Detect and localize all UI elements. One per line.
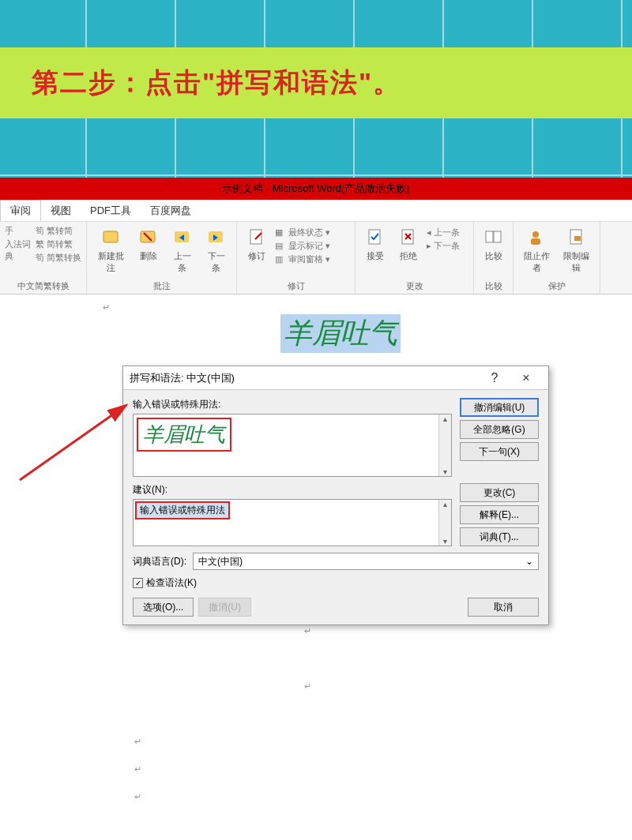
btn-new-comment[interactable]: 新建批注 [92, 225, 130, 276]
document-text[interactable]: 羊眉吐气 [280, 314, 401, 353]
btn-cancel[interactable]: 取消 [468, 598, 539, 617]
paragraph-mark-icon: ↵ [134, 764, 141, 774]
suggestion-item[interactable]: 输入错误或特殊用法 [135, 501, 230, 519]
track-icon [246, 227, 268, 249]
paragraph-mark-icon: ↵ [103, 302, 110, 313]
scrollbar[interactable]: ▴▾ [438, 500, 451, 546]
btn-options[interactable]: 选项(O)... [133, 598, 194, 617]
ribbon: 手 入法词典 筍繁转简 繁简转繁 筍简繁转换 中文简繁转换 新建批注 [0, 222, 632, 294]
title-bar: 示例文档 - Microsoft Word(产品激活失败) [0, 178, 632, 200]
scrollbar[interactable]: ▴▾ [438, 414, 451, 476]
btn-track-changes[interactable]: 修订 [242, 225, 272, 264]
check-grammar-checkbox[interactable]: ✓ [133, 578, 143, 588]
btn-compare[interactable]: 比较 [479, 225, 509, 264]
paragraph-mark-icon: ↵ [134, 737, 141, 747]
block-icon [525, 227, 547, 249]
ribbon-group-comments: 新建批注 删除 上一条 下一条 批注 [87, 222, 237, 294]
svg-rect-9 [494, 231, 501, 242]
error-text-area[interactable]: 羊眉吐气 ▴▾ [133, 414, 452, 477]
paragraph-mark-icon: ↵ [304, 626, 311, 636]
btn-prev-comment[interactable]: 上一条 [167, 225, 198, 276]
svg-rect-0 [103, 231, 118, 242]
dropdown-show-markup[interactable]: ▤显示标记 ▾ [275, 240, 330, 252]
paragraph-mark-icon: ↵ [304, 681, 311, 692]
btn-convert[interactable]: 筍简繁转换 [36, 252, 81, 264]
btn-next-change[interactable]: ▸下一条 [427, 240, 460, 252]
tab-pdf[interactable]: PDF工具 [81, 200, 141, 221]
paragraph-mark-icon: ↵ [134, 792, 141, 802]
btn-change[interactable]: 更改(C) [460, 483, 539, 502]
dropdown-review-pane[interactable]: ▥审阅窗格 ▾ [275, 253, 330, 265]
svg-rect-11 [531, 238, 540, 245]
svg-point-10 [532, 231, 539, 238]
check-grammar-label: 检查语法(K) [146, 576, 197, 590]
dialog-title: 拼写和语法: 中文(中国) [130, 371, 479, 385]
svg-rect-5 [250, 230, 261, 244]
dropdown-final-state[interactable]: ▦最终状态 ▾ [275, 227, 330, 238]
btn-dictionary[interactable]: 词典(T)... [460, 527, 539, 546]
lang-label: 词典语言(D): [133, 555, 186, 568]
btn-restrict-edit[interactable]: 限制编辑 [559, 225, 596, 276]
btn-ignore-all[interactable]: 全部忽略(G) [460, 420, 539, 439]
error-label: 输入错误或特殊用法: [133, 398, 452, 411]
btn-accept[interactable]: 接受 [360, 225, 390, 264]
dialog-title-bar[interactable]: 拼写和语法: 中文(中国) ? × [123, 366, 548, 390]
next-icon [205, 227, 228, 249]
new-comment-icon [100, 227, 122, 249]
close-button[interactable]: × [510, 371, 542, 385]
accept-icon [364, 227, 386, 249]
btn-trad-to-simp[interactable]: 筍繁转简 [36, 225, 81, 237]
btn-next-comment[interactable]: 下一条 [201, 225, 231, 276]
ribbon-group-convert: 手 入法词典 筍繁转简 繁简转繁 筍简繁转换 中文简繁转换 [0, 222, 87, 294]
help-button[interactable]: ? [479, 371, 510, 385]
btn-delete-comment[interactable]: 删除 [134, 225, 164, 264]
ribbon-group-changes: 接受 拒绝 ◂上一条 ▸下一条 更改 [356, 222, 474, 294]
svg-rect-13 [574, 236, 581, 241]
btn-block-authors[interactable]: 阻止作者 [518, 225, 555, 276]
error-text: 羊眉吐气 [143, 423, 225, 446]
btn-simp-to-trad[interactable]: 繁简转繁 [36, 238, 81, 250]
word-application: 示例文档 - Microsoft Word(产品激活失败) 审阅 视图 PDF工… [0, 178, 632, 840]
instruction-text: 第二步：点击"拼写和语法"。 [32, 65, 401, 101]
btn-next-sentence[interactable]: 下一句(X) [460, 442, 539, 461]
delete-icon [137, 227, 160, 249]
language-value: 中文(中国) [198, 555, 243, 568]
tab-view[interactable]: 视图 [41, 200, 81, 221]
document-area[interactable]: ↵ 羊眉吐气 ↵ ↵ ↵ ↵ ↵ 拼写和语法: 中文(中国) ? × 输入错误或… [0, 294, 632, 840]
btn-explain[interactable]: 解释(E)... [460, 505, 539, 524]
svg-line-14 [20, 405, 126, 480]
tab-baidu[interactable]: 百度网盘 [141, 200, 201, 221]
error-highlight: 羊眉吐气 [137, 418, 231, 452]
prev-icon [171, 227, 194, 249]
suggestions-list[interactable]: 输入错误或特殊用法 ▴▾ [133, 499, 452, 546]
btn-undo-edit[interactable]: 撤消编辑(U) [460, 398, 539, 417]
btn-prev-change[interactable]: ◂上一条 [427, 227, 460, 238]
window-title: 示例文档 - Microsoft Word(产品激活失败) [222, 182, 409, 196]
suggest-label: 建议(N): [133, 483, 452, 497]
svg-rect-6 [369, 230, 380, 244]
tab-review[interactable]: 审阅 [0, 200, 41, 221]
ribbon-group-protect: 阻止作者 限制编辑 保护 [514, 222, 600, 294]
language-dropdown[interactable]: 中文(中国) ⌄ [193, 553, 539, 570]
spelling-grammar-dialog: 拼写和语法: 中文(中国) ? × 输入错误或特殊用法: 羊眉吐气 ▴▾ [122, 366, 549, 625]
chevron-down-icon: ⌄ [525, 556, 533, 567]
btn-reject[interactable]: 拒绝 [393, 225, 423, 264]
restrict-icon [566, 227, 588, 249]
ime-dict-label: 入法词典 [5, 238, 32, 262]
ribbon-group-tracking: 修订 ▦最终状态 ▾ ▤显示标记 ▾ ▥审阅窗格 ▾ 修订 [237, 222, 356, 294]
compare-icon [483, 227, 505, 249]
reject-icon [397, 227, 419, 249]
btn-undo-disabled: 撤消(U) [198, 598, 251, 617]
ribbon-group-compare: 比较 比较 [474, 222, 514, 294]
instruction-banner: 第二步：点击"拼写和语法"。 [0, 47, 632, 118]
ribbon-tabs: 审阅 视图 PDF工具 百度网盘 [0, 200, 632, 222]
svg-rect-8 [486, 231, 493, 242]
